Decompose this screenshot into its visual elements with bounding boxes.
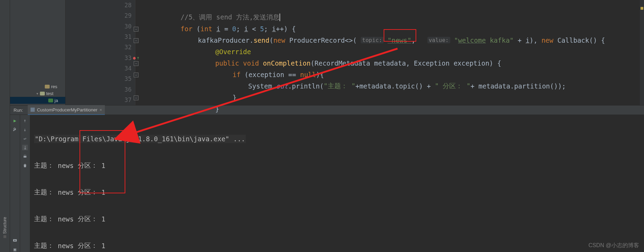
line-number: 34 [125,65,132,72]
wrench-icon[interactable] [12,127,18,132]
folder-icon [40,92,45,95]
code-comment: //5、调用 send 方法,发送消息 [181,13,279,22]
editor-scrollbar[interactable] [640,0,644,105]
line-number: 30 [125,23,132,30]
code-editor[interactable]: 28 29 30 31 32 33 ● ↑ 34 35 36 37 [66,0,644,105]
watermark: CSDN @小志的博客 [588,242,639,249]
folder-icon [48,99,53,102]
structure-label: Structure [2,217,7,234]
run-tab-title: CustomProducerMyPartitioner [37,107,97,112]
trash-icon[interactable] [22,163,28,168]
tree-row-java[interactable]: ja [10,97,65,104]
annotation-override: @Override [215,48,251,56]
run-action-toolbar: ▶ ▣ [10,115,20,252]
param-hint-value: value: [427,37,450,43]
console-output-line: 主题： news 分区： 1 [34,160,640,171]
line-number: 32 [125,44,132,51]
run-tab[interactable]: CustomProducerMyPartitioner × [28,105,105,115]
param-hint-topic: topic: [361,37,384,43]
java-exe-line: "D:\Program Files\Java\jdk1.8.0_161\bin\… [34,135,246,143]
code-area[interactable]: //5、调用 send 方法,发送消息 for (int i = 0; i < … [135,0,644,105]
line-number: 28 [125,2,132,9]
tree-label: ja [55,98,58,103]
chevron-down-icon[interactable]: ▾ [34,92,40,95]
folder-icon [45,85,50,89]
tree-label: test [46,91,53,96]
line-number: 33 [125,54,132,61]
console-output-line: 主题： news 分区： 1 [34,186,640,198]
print-icon[interactable] [22,154,28,159]
application-icon [31,108,35,112]
console-output-line: 主题： news 分区： 1 [34,213,640,225]
line-number: 36 [125,86,132,93]
structure-icon [3,235,6,238]
structure-tool-button[interactable]: Structure [2,217,7,238]
camera-icon[interactable] [12,237,18,243]
up-arrow-icon[interactable]: ↑ [22,118,28,123]
svg-rect-3 [24,155,26,156]
scroll-to-end-icon[interactable]: ⤓ [22,145,28,150]
warning-stripe-icon[interactable] [641,7,643,10]
svg-rect-2 [24,156,26,158]
svg-point-1 [14,240,16,241]
line-number: 37 [125,96,132,103]
run-console-toolbar: ↑ ↓ ↩ ⤓ [20,115,30,252]
line-number: 35 [125,75,132,82]
editor-gutter: 28 29 30 31 32 33 ● ↑ 34 35 36 37 [66,0,135,105]
layout-icon[interactable]: ▣ [12,246,18,252]
left-tool-rail: Structure res [0,0,10,252]
run-label: Run: [14,108,23,113]
console-output-line: 主题： news 分区： 1 [34,240,640,251]
tree-row-test[interactable]: ▾ test [10,90,65,97]
rerun-icon[interactable]: ▶ [12,118,18,123]
run-console[interactable]: "D:\Program Files\Java\jdk1.8.0_161\bin\… [30,115,644,252]
soft-wrap-icon[interactable]: ↩ [22,136,28,141]
tree-row-res[interactable]: res [10,83,65,90]
tree-label: res [51,84,57,89]
text-caret [279,14,280,21]
line-number: 31 [125,33,132,40]
close-icon[interactable]: × [100,107,102,112]
line-number: 29 [125,12,132,19]
project-tree-pane[interactable]: res ▾ test ja [10,0,66,105]
down-arrow-icon[interactable]: ↓ [22,127,28,132]
